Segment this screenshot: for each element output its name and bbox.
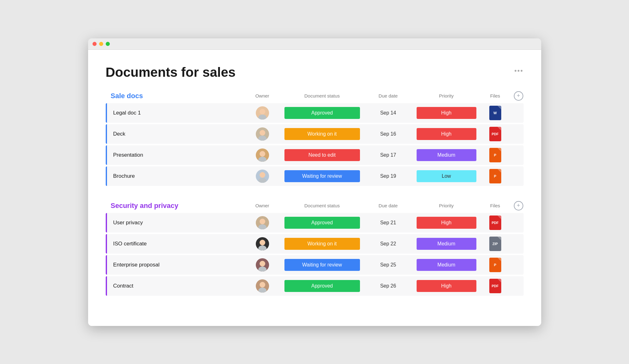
- priority-badge: High: [417, 128, 476, 140]
- table-row[interactable]: Enterprise proposalWaiting for reviewSep…: [106, 255, 524, 275]
- row-status-cell[interactable]: Working on it: [281, 128, 363, 140]
- maximize-button[interactable]: [106, 42, 110, 46]
- close-button[interactable]: [93, 42, 97, 46]
- table-row[interactable]: DeckWorking on itSep 16HighPDF: [106, 124, 524, 144]
- row-files-cell: W: [480, 106, 511, 120]
- row-due-date: Sep 17: [363, 152, 413, 158]
- more-options-button[interactable]: •••: [514, 67, 523, 75]
- row-document-name: Deck: [111, 131, 244, 137]
- avatar: [256, 237, 269, 250]
- svg-point-16: [260, 240, 265, 245]
- table-row[interactable]: ISO certificateWorking on itSep 22Medium…: [106, 234, 524, 254]
- row-owner: [244, 127, 281, 141]
- status-badge: Waiting for review: [284, 259, 360, 271]
- avatar: [256, 170, 269, 183]
- row-files-cell: PDF: [480, 127, 511, 141]
- table-row[interactable]: User privacyApprovedSep 21HighPDF: [106, 213, 524, 232]
- file-icon[interactable]: P: [489, 148, 501, 162]
- row-due-date: Sep 21: [363, 220, 413, 226]
- table-row[interactable]: ContractApprovedSep 26HighPDF: [106, 276, 524, 296]
- row-status-cell[interactable]: Approved: [281, 280, 363, 292]
- col-header-duedate: Due date: [363, 203, 413, 208]
- file-icon[interactable]: PDF: [489, 279, 501, 293]
- svg-point-10: [260, 172, 265, 178]
- add-column-button-security-privacy[interactable]: +: [514, 201, 523, 210]
- row-due-date: Sep 16: [363, 131, 413, 137]
- row-status-cell[interactable]: Working on it: [281, 238, 363, 250]
- row-document-name: Contract: [111, 283, 244, 289]
- col-header-owner: Owner: [244, 203, 281, 208]
- file-icon[interactable]: P: [489, 169, 501, 183]
- titlebar: [88, 38, 541, 50]
- row-owner: [244, 216, 281, 229]
- col-header-owner: Owner: [244, 93, 281, 98]
- status-badge: Waiting for review: [284, 170, 360, 182]
- row-priority-cell[interactable]: High: [413, 217, 480, 229]
- status-badge: Working on it: [284, 238, 360, 250]
- avatar: [256, 279, 269, 293]
- row-priority-cell[interactable]: High: [413, 107, 480, 119]
- row-document-name: User privacy: [111, 220, 244, 226]
- traffic-lights: [93, 42, 110, 46]
- row-status-cell[interactable]: Need to edit: [281, 149, 363, 161]
- row-due-date: Sep 22: [363, 241, 413, 247]
- row-document-name: Presentation: [111, 152, 244, 158]
- row-files-cell: P: [480, 148, 511, 162]
- section-title-text-sale-docs: Sale docs: [111, 92, 143, 100]
- minimize-button[interactable]: [99, 42, 103, 46]
- priority-badge: Medium: [417, 259, 476, 271]
- row-status-cell[interactable]: Approved: [281, 107, 363, 119]
- row-files-cell: ZIP: [480, 237, 511, 251]
- row-files-cell: P: [480, 169, 511, 183]
- section-header-security-privacy: Security and privacyOwnerDocument status…: [106, 201, 524, 213]
- col-header-status: Document status: [281, 93, 363, 98]
- avatar: [256, 127, 269, 141]
- priority-badge: High: [417, 217, 476, 229]
- file-icon[interactable]: PDF: [489, 127, 501, 141]
- add-column-button-sale-docs[interactable]: +: [514, 91, 523, 101]
- row-document-name: ISO certificate: [111, 241, 244, 247]
- app-window: Documents for sales ••• Sale docsOwnerDo…: [88, 38, 541, 326]
- status-badge: Working on it: [284, 128, 360, 140]
- row-owner: [244, 279, 281, 293]
- row-priority-cell[interactable]: Low: [413, 170, 480, 182]
- status-badge: Approved: [284, 107, 360, 119]
- section-title-sale-docs: Sale docs: [111, 92, 244, 100]
- col-header-status: Document status: [281, 203, 363, 208]
- col-header-files: Files: [480, 203, 511, 208]
- table-row[interactable]: Legal doc 1ApprovedSep 14HighW: [106, 103, 524, 123]
- file-icon[interactable]: W: [489, 106, 501, 120]
- priority-badge: High: [417, 280, 476, 292]
- avatar: [256, 106, 269, 120]
- section-header-sale-docs: Sale docsOwnerDocument statusDue datePri…: [106, 91, 524, 103]
- status-badge: Approved: [284, 280, 360, 292]
- row-priority-cell[interactable]: High: [413, 128, 480, 140]
- file-icon[interactable]: ZIP: [489, 237, 501, 251]
- priority-badge: Low: [417, 170, 476, 182]
- row-priority-cell[interactable]: Medium: [413, 259, 480, 271]
- col-header-files: Files: [480, 93, 511, 98]
- priority-badge: High: [417, 107, 476, 119]
- row-status-cell[interactable]: Waiting for review: [281, 259, 363, 271]
- status-badge: Approved: [284, 217, 360, 229]
- table-row[interactable]: PresentationNeed to editSep 17MediumP: [106, 145, 524, 165]
- row-files-cell: PDF: [480, 216, 511, 230]
- section-title-security-privacy: Security and privacy: [111, 202, 244, 210]
- file-icon[interactable]: P: [489, 258, 501, 272]
- col-header-priority: Priority: [413, 93, 480, 98]
- row-priority-cell[interactable]: Medium: [413, 149, 480, 161]
- row-status-cell[interactable]: Approved: [281, 217, 363, 229]
- row-due-date: Sep 26: [363, 283, 413, 289]
- row-priority-cell[interactable]: Medium: [413, 238, 480, 250]
- col-header-priority: Priority: [413, 203, 480, 208]
- row-due-date: Sep 19: [363, 173, 413, 179]
- row-priority-cell[interactable]: High: [413, 280, 480, 292]
- row-owner: [244, 148, 281, 162]
- file-icon[interactable]: PDF: [489, 216, 501, 230]
- row-status-cell[interactable]: Waiting for review: [281, 170, 363, 182]
- table-row[interactable]: BrochureWaiting for reviewSep 19LowP: [106, 166, 524, 186]
- row-due-date: Sep 25: [363, 262, 413, 268]
- section-sale-docs: Sale docsOwnerDocument statusDue datePri…: [106, 91, 524, 186]
- row-document-name: Brochure: [111, 173, 244, 179]
- col-header-duedate: Due date: [363, 93, 413, 98]
